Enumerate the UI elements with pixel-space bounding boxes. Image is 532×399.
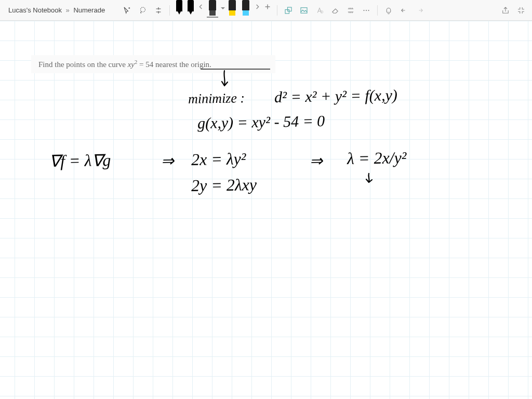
add-pen-button[interactable] <box>262 0 273 14</box>
arrow-down-2 <box>364 172 376 186</box>
panel-split-button[interactable] <box>152 4 165 17</box>
canvas-area[interactable]: Find the points on the curve xy2 = 54 ne… <box>0 21 532 399</box>
undo-icon <box>400 6 409 15</box>
prev-button[interactable] <box>197 0 205 14</box>
shapes-icon <box>284 6 293 15</box>
highlighter-cyan[interactable] <box>240 0 251 18</box>
underline <box>201 69 270 70</box>
pen-black-1[interactable] <box>175 0 184 17</box>
redo-icon <box>415 6 424 15</box>
handwriting-grad: ∇f = λ∇g <box>49 150 111 171</box>
ruler-button[interactable] <box>344 4 357 17</box>
svg-rect-3 <box>301 7 307 13</box>
equation-lhs: xy <box>128 60 135 69</box>
lasso-icon <box>138 6 148 15</box>
problem-prefix: Find the points on the curve <box>38 60 128 69</box>
highlighter-yellow[interactable] <box>227 0 238 18</box>
image-icon <box>299 6 309 15</box>
handwriting-2x: 2x = λy² <box>191 149 246 169</box>
text-cursor-button[interactable] <box>121 4 134 17</box>
divider <box>169 5 170 16</box>
handwriting-imp2: ⇒ <box>310 152 323 170</box>
fullscreen-exit-icon <box>516 6 526 15</box>
problem-suffix: nearest the origin. <box>153 60 211 69</box>
svg-point-5 <box>364 9 365 10</box>
notification-button[interactable] <box>382 4 395 17</box>
svg-point-6 <box>366 9 367 10</box>
problem-statement: Find the points on the curve xy2 = 54 ne… <box>31 55 275 73</box>
breadcrumb-notebook: Lucas's Notebook <box>8 6 62 14</box>
chevron-left-icon <box>197 2 205 11</box>
svg-point-0 <box>141 7 145 12</box>
handwriting-d2: d² = x² + y² = f(x,y) <box>274 86 397 106</box>
handwriting-lambda: λ = 2x/y² <box>347 148 407 168</box>
svg-rect-2 <box>288 7 292 11</box>
eraser-button[interactable] <box>328 4 342 17</box>
ruler-icon <box>346 6 355 15</box>
more-button[interactable] <box>360 4 373 17</box>
undo-button[interactable] <box>397 4 411 17</box>
divider <box>277 5 277 16</box>
lasso-button[interactable] <box>136 4 150 17</box>
arrow-down-1 <box>218 70 234 90</box>
redo-button[interactable] <box>413 4 427 17</box>
text-recognition-button[interactable] <box>313 4 326 17</box>
handwriting-2y: 2y = 2λxy <box>191 175 257 195</box>
handwriting-imp1: ⇒ <box>161 152 175 170</box>
highlighter-black[interactable] <box>207 0 218 18</box>
svg-rect-1 <box>285 9 289 14</box>
shapes-button[interactable] <box>282 4 295 17</box>
share-icon <box>501 6 510 15</box>
divider <box>377 5 378 16</box>
image-button[interactable] <box>297 4 311 17</box>
panel-split-icon <box>154 6 163 15</box>
chevron-right-icon <box>253 2 261 11</box>
breadcrumb-page: Numerade <box>73 6 105 14</box>
toolbar: Lucas's Notebook » Numerade <box>0 0 532 21</box>
more-icon <box>362 6 371 15</box>
equation-eq: = 54 <box>137 60 153 69</box>
share-button[interactable] <box>499 4 512 17</box>
svg-point-7 <box>368 9 369 10</box>
bell-icon <box>384 6 393 15</box>
plus-icon <box>263 2 272 11</box>
text-a-icon <box>315 6 324 15</box>
handwriting-minimize: minimize : <box>188 90 245 107</box>
fullscreen-exit-button[interactable] <box>514 4 528 17</box>
handwriting-g: g(x,y) = xy² - 54 = 0 <box>197 112 325 132</box>
pen-black-2[interactable] <box>186 0 195 17</box>
breadcrumb[interactable]: Lucas's Notebook » Numerade <box>4 6 109 14</box>
eraser-icon <box>330 6 340 15</box>
breadcrumb-separator: » <box>66 6 70 14</box>
pen-group <box>174 0 273 21</box>
next-button[interactable] <box>253 0 261 14</box>
text-cursor-icon <box>123 6 132 15</box>
